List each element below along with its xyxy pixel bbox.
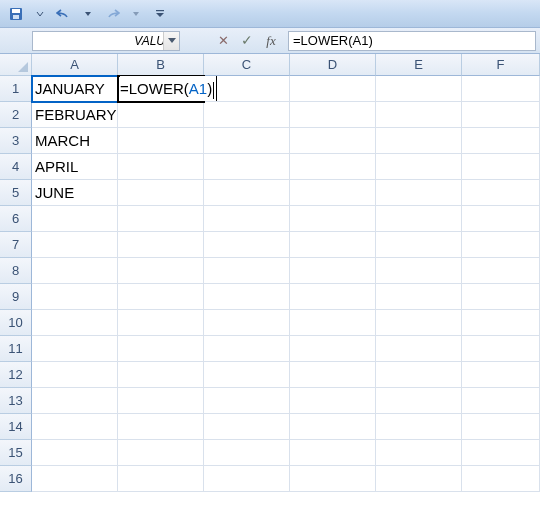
cell-D4[interactable] <box>290 154 376 180</box>
redo-dropdown-icon[interactable] <box>126 4 146 24</box>
cell-A2[interactable]: FEBRUARY <box>32 102 118 128</box>
cell-D2[interactable] <box>290 102 376 128</box>
row-header-15[interactable]: 15 <box>0 440 32 466</box>
cell-E14[interactable] <box>376 414 462 440</box>
cell-E13[interactable] <box>376 388 462 414</box>
cell-C12[interactable] <box>204 362 290 388</box>
cell-A7[interactable] <box>32 232 118 258</box>
cell-B9[interactable] <box>118 284 204 310</box>
formula-input[interactable]: =LOWER(A1) <box>288 31 536 51</box>
cell-F15[interactable] <box>462 440 540 466</box>
cell-F3[interactable] <box>462 128 540 154</box>
row-header-1[interactable]: 1 <box>0 76 32 102</box>
cell-F16[interactable] <box>462 466 540 492</box>
cell-F5[interactable] <box>462 180 540 206</box>
cell-E11[interactable] <box>376 336 462 362</box>
cell-E12[interactable] <box>376 362 462 388</box>
row-header-10[interactable]: 10 <box>0 310 32 336</box>
cell-B1[interactable]: =LOWER(A1) <box>118 76 204 102</box>
cell-C6[interactable] <box>204 206 290 232</box>
cell-A14[interactable] <box>32 414 118 440</box>
name-box[interactable]: VALUE <box>32 31 180 51</box>
cell-F13[interactable] <box>462 388 540 414</box>
row-header-12[interactable]: 12 <box>0 362 32 388</box>
cell-D9[interactable] <box>290 284 376 310</box>
cell-B11[interactable] <box>118 336 204 362</box>
cell-F2[interactable] <box>462 102 540 128</box>
cell-B3[interactable] <box>118 128 204 154</box>
cell-C15[interactable] <box>204 440 290 466</box>
cell-A6[interactable] <box>32 206 118 232</box>
cell-C11[interactable] <box>204 336 290 362</box>
cell-B4[interactable] <box>118 154 204 180</box>
enter-formula-button[interactable]: ✓ <box>236 31 258 51</box>
cell-B6[interactable] <box>118 206 204 232</box>
cell-C9[interactable] <box>204 284 290 310</box>
cell-C7[interactable] <box>204 232 290 258</box>
cell-C13[interactable] <box>204 388 290 414</box>
cell-F10[interactable] <box>462 310 540 336</box>
cell-B10[interactable] <box>118 310 204 336</box>
qat-dropdown-icon[interactable] <box>30 4 50 24</box>
cell-B12[interactable] <box>118 362 204 388</box>
cell-E5[interactable] <box>376 180 462 206</box>
column-header-E[interactable]: E <box>376 54 462 76</box>
cell-F9[interactable] <box>462 284 540 310</box>
cell-D14[interactable] <box>290 414 376 440</box>
column-header-D[interactable]: D <box>290 54 376 76</box>
row-header-2[interactable]: 2 <box>0 102 32 128</box>
row-header-16[interactable]: 16 <box>0 466 32 492</box>
cell-B2[interactable] <box>118 102 204 128</box>
cell-D13[interactable] <box>290 388 376 414</box>
cell-B5[interactable] <box>118 180 204 206</box>
cell-D6[interactable] <box>290 206 376 232</box>
cell-A8[interactable] <box>32 258 118 284</box>
cell-E15[interactable] <box>376 440 462 466</box>
cell-D10[interactable] <box>290 310 376 336</box>
column-header-B[interactable]: B <box>118 54 204 76</box>
row-header-8[interactable]: 8 <box>0 258 32 284</box>
cell-A5[interactable]: JUNE <box>32 180 118 206</box>
cell-F8[interactable] <box>462 258 540 284</box>
undo-button[interactable] <box>54 4 74 24</box>
column-header-A[interactable]: A <box>32 54 118 76</box>
row-header-5[interactable]: 5 <box>0 180 32 206</box>
cell-E7[interactable] <box>376 232 462 258</box>
cell-E16[interactable] <box>376 466 462 492</box>
cell-C3[interactable] <box>204 128 290 154</box>
cell-C4[interactable] <box>204 154 290 180</box>
row-header-6[interactable]: 6 <box>0 206 32 232</box>
cell-F1[interactable] <box>462 76 540 102</box>
cell-D15[interactable] <box>290 440 376 466</box>
cell-A12[interactable] <box>32 362 118 388</box>
cell-B13[interactable] <box>118 388 204 414</box>
save-button[interactable] <box>6 4 26 24</box>
cell-F7[interactable] <box>462 232 540 258</box>
cell-A3[interactable]: MARCH <box>32 128 118 154</box>
row-header-9[interactable]: 9 <box>0 284 32 310</box>
cell-F11[interactable] <box>462 336 540 362</box>
cell-D12[interactable] <box>290 362 376 388</box>
cell-F4[interactable] <box>462 154 540 180</box>
cell-B15[interactable] <box>118 440 204 466</box>
qat-customize-icon[interactable] <box>150 4 170 24</box>
cell-C16[interactable] <box>204 466 290 492</box>
cell-D16[interactable] <box>290 466 376 492</box>
row-header-11[interactable]: 11 <box>0 336 32 362</box>
cell-B7[interactable] <box>118 232 204 258</box>
cell-E10[interactable] <box>376 310 462 336</box>
name-box-dropdown-icon[interactable] <box>163 32 179 50</box>
cell-A10[interactable] <box>32 310 118 336</box>
cell-D7[interactable] <box>290 232 376 258</box>
column-header-C[interactable]: C <box>204 54 290 76</box>
cell-F14[interactable] <box>462 414 540 440</box>
cell-D8[interactable] <box>290 258 376 284</box>
cell-D11[interactable] <box>290 336 376 362</box>
undo-dropdown-icon[interactable] <box>78 4 98 24</box>
cell-A11[interactable] <box>32 336 118 362</box>
row-header-13[interactable]: 13 <box>0 388 32 414</box>
cell-D3[interactable] <box>290 128 376 154</box>
cell-C2[interactable] <box>204 102 290 128</box>
select-all-button[interactable] <box>0 54 32 76</box>
cell-F12[interactable] <box>462 362 540 388</box>
